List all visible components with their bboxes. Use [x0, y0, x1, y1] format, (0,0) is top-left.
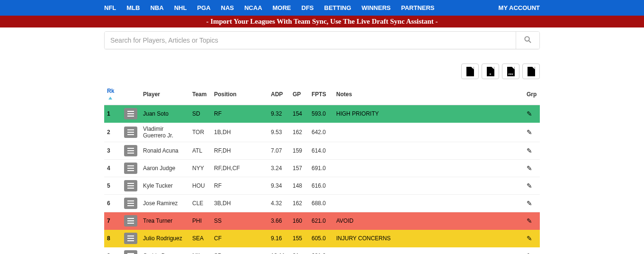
nav-item-nhl[interactable]: NHL — [174, 4, 187, 11]
drag-handle-icon[interactable] — [124, 215, 137, 227]
table-row: 7 Trea Turner PHI SS 3.66 160 621.0 AVOI… — [104, 212, 540, 230]
cell-fpts: 681.0 — [309, 247, 333, 254]
cell-adp: 9.16 — [268, 230, 290, 247]
nav-item-more[interactable]: MORE — [273, 4, 291, 11]
cell-position: RF,DH — [211, 142, 268, 160]
cell-drag — [121, 105, 140, 123]
cell-player[interactable]: Kyle Tucker — [140, 177, 189, 195]
col-notes-header[interactable]: Notes — [333, 84, 524, 105]
pencil-icon[interactable]: ✎ — [527, 235, 532, 242]
col-drag-header — [121, 84, 140, 105]
cell-position: 1B,DH — [211, 123, 268, 142]
col-fpts-header[interactable]: FPTS — [309, 84, 333, 105]
search-input[interactable] — [105, 32, 516, 49]
nav-item-betting[interactable]: BETTING — [324, 4, 351, 11]
col-position-header[interactable]: Position — [211, 84, 268, 105]
promo-banner[interactable]: - Import Your Leagues With Team Sync, Us… — [0, 16, 644, 27]
export-pdf-button[interactable] — [522, 64, 540, 79]
pencil-icon[interactable]: ✎ — [527, 128, 532, 136]
drag-handle-icon[interactable] — [124, 108, 137, 119]
col-player-header[interactable]: Player — [140, 84, 189, 105]
cell-player[interactable]: Corbin Burnes — [140, 247, 189, 254]
cell-player[interactable]: Julio Rodriguez — [140, 230, 189, 247]
search-bar — [104, 31, 540, 49]
table-row: 9 Corbin Burnes MIL SP 13.11 31 681.0 ✎ — [104, 247, 540, 254]
my-account-link[interactable]: MY ACCOUNT — [499, 4, 540, 11]
cell-team: HOU — [189, 177, 211, 195]
cell-fpts: 688.0 — [309, 195, 333, 212]
drag-handle-icon[interactable] — [124, 198, 137, 209]
cell-adp: 3.66 — [268, 212, 290, 230]
cell-fpts: 691.0 — [309, 160, 333, 177]
export-csv-button[interactable]: csv — [502, 64, 519, 79]
cell-adp: 9.34 — [268, 177, 290, 195]
cell-team: ATL — [189, 142, 211, 160]
search-icon — [524, 36, 531, 45]
table-row: 4 Aaron Judge NYY RF,DH,CF 3.24 157 691.… — [104, 160, 540, 177]
cell-notes — [333, 247, 524, 254]
top-navbar: NFL MLB NBA NHL PGA NAS NCAA MORE DFS BE… — [0, 0, 644, 16]
cell-player[interactable]: Ronald Acuna — [140, 142, 189, 160]
cell-gp: 157 — [290, 160, 309, 177]
cell-team: CLE — [189, 195, 211, 212]
cell-player[interactable]: Jose Ramirez — [140, 195, 189, 212]
cell-fpts: 642.0 — [309, 123, 333, 142]
col-team-header[interactable]: Team — [189, 84, 211, 105]
nav-item-ncaa[interactable]: NCAA — [244, 4, 262, 11]
cell-drag — [121, 212, 140, 230]
nav-item-partners[interactable]: PARTNERS — [401, 4, 435, 11]
cell-player[interactable]: Trea Turner — [140, 212, 189, 230]
cell-position: RF,DH,CF — [211, 160, 268, 177]
nav-item-pga[interactable]: PGA — [197, 4, 210, 11]
cell-drag — [121, 160, 140, 177]
cell-player[interactable]: Aaron Judge — [140, 160, 189, 177]
export-doc-button[interactable] — [461, 64, 479, 79]
drag-handle-icon[interactable] — [124, 163, 137, 174]
nav-item-winners[interactable]: WINNERS — [362, 4, 391, 11]
col-gp-header[interactable]: GP — [290, 84, 309, 105]
nav-item-nba[interactable]: NBA — [150, 4, 163, 11]
pencil-icon[interactable]: ✎ — [527, 252, 532, 254]
export-xls-button[interactable]: x — [482, 64, 499, 79]
file-xls-icon: x — [487, 67, 494, 76]
cell-notes — [333, 195, 524, 212]
cell-rk: 2 — [104, 123, 121, 142]
cell-player[interactable]: Vladimir Guerrero Jr. — [140, 123, 189, 142]
pencil-icon[interactable]: ✎ — [527, 110, 532, 118]
nav-item-nfl[interactable]: NFL — [104, 4, 116, 11]
col-adp-header[interactable]: ADP — [268, 84, 290, 105]
nav-links: NFL MLB NBA NHL PGA NAS NCAA MORE DFS BE… — [104, 4, 435, 11]
pencil-icon[interactable]: ✎ — [527, 164, 532, 172]
col-grp-header[interactable]: Grp — [524, 84, 540, 105]
table-header-row: Rk Player Team Position ADP GP FPTS Note… — [104, 84, 540, 105]
drag-handle-icon[interactable] — [124, 127, 137, 138]
pencil-icon[interactable]: ✎ — [527, 200, 532, 207]
cell-grp: ✎ — [524, 177, 540, 195]
cell-gp: 159 — [290, 142, 309, 160]
cell-grp: ✎ — [524, 230, 540, 247]
cell-fpts: 593.0 — [309, 105, 333, 123]
cell-team: SD — [189, 105, 211, 123]
cell-notes: AVOID — [333, 212, 524, 230]
nav-item-dfs[interactable]: DFS — [302, 4, 314, 11]
cell-team: MIL — [189, 247, 211, 254]
nav-item-nas[interactable]: NAS — [221, 4, 234, 11]
pencil-icon[interactable]: ✎ — [527, 182, 532, 190]
pencil-icon[interactable]: ✎ — [527, 217, 532, 225]
cell-position: RF — [211, 177, 268, 195]
drag-handle-icon[interactable] — [124, 250, 137, 254]
cell-player[interactable]: Juan Soto — [140, 105, 189, 123]
nav-item-mlb[interactable]: MLB — [126, 4, 140, 11]
drag-handle-icon[interactable] — [124, 180, 137, 191]
cell-rk: 8 — [104, 230, 121, 247]
cell-notes — [333, 142, 524, 160]
rankings-table: Rk Player Team Position ADP GP FPTS Note… — [104, 84, 540, 254]
file-doc-icon — [466, 67, 474, 76]
col-rk-header[interactable]: Rk — [104, 84, 121, 105]
drag-handle-icon[interactable] — [124, 145, 137, 156]
pencil-icon[interactable]: ✎ — [527, 147, 532, 154]
cell-rk: 7 — [104, 212, 121, 230]
search-button[interactable] — [516, 32, 539, 49]
cell-position: CF — [211, 230, 268, 247]
drag-handle-icon[interactable] — [124, 233, 137, 244]
